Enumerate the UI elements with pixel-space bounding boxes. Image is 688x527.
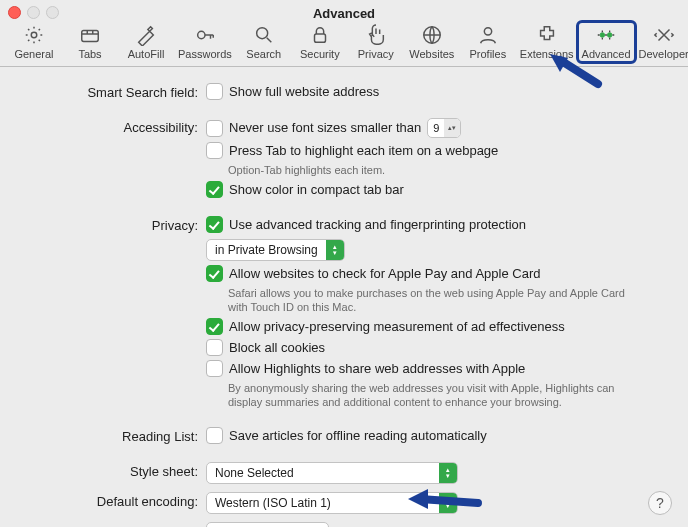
minimize-window-button[interactable]	[27, 6, 40, 19]
show-full-address-label: Show full website address	[229, 84, 379, 100]
tab-tabs[interactable]: Tabs	[62, 22, 118, 62]
tracking-protection-label: Use advanced tracking and fingerprinting…	[229, 217, 526, 233]
apple-pay-sublabel: Safari allows you to make purchases on t…	[228, 286, 628, 314]
autofill-icon	[135, 24, 157, 46]
compact-color-label: Show color in compact tab bar	[229, 182, 404, 198]
save-offline-label: Save articles for offline reading automa…	[229, 428, 487, 444]
privacy-icon	[365, 24, 387, 46]
svg-point-2	[198, 31, 205, 38]
search-icon	[253, 24, 275, 46]
change-proxies-button[interactable]: Change Settings…	[206, 522, 329, 527]
close-window-button[interactable]	[8, 6, 21, 19]
tracking-scope-select[interactable]: in Private Browsing ▴▾	[206, 239, 345, 261]
websites-icon	[421, 24, 443, 46]
style-sheet-label: Style sheet:	[24, 462, 206, 479]
highlights-share-checkbox[interactable]	[206, 360, 223, 377]
tab-label: Profiles	[469, 48, 506, 60]
window-controls	[8, 6, 59, 19]
default-encoding-label: Default encoding:	[24, 492, 206, 509]
advanced-icon	[595, 24, 617, 46]
svg-point-7	[600, 33, 605, 38]
apple-pay-label: Allow websites to check for Apple Pay an…	[229, 266, 540, 282]
tab-label: Privacy	[358, 48, 394, 60]
apple-pay-checkbox[interactable]	[206, 265, 223, 282]
tab-label: Developer	[639, 48, 688, 60]
tracking-protection-checkbox[interactable]	[206, 216, 223, 233]
press-tab-sublabel: Option-Tab highlights each item.	[228, 163, 385, 177]
extensions-icon	[536, 24, 558, 46]
block-cookies-label: Block all cookies	[229, 340, 325, 356]
block-cookies-checkbox[interactable]	[206, 339, 223, 356]
chevron-updown-icon: ▴▾	[326, 240, 344, 260]
highlights-sublabel: By anonymously sharing the web addresses…	[228, 381, 628, 409]
svg-rect-1	[82, 30, 99, 41]
chevron-updown-icon: ▴▾	[439, 463, 457, 483]
profiles-icon	[477, 24, 499, 46]
tab-security[interactable]: Security	[292, 22, 348, 62]
svg-point-0	[31, 32, 37, 38]
accessibility-label: Accessibility:	[24, 118, 206, 135]
smart-search-label: Smart Search field:	[24, 83, 206, 100]
tab-search[interactable]: Search	[236, 22, 292, 62]
proxies-label: Proxies:	[24, 522, 206, 527]
window-title: Advanced	[0, 6, 688, 21]
developer-icon	[653, 24, 675, 46]
min-font-size-checkbox[interactable]	[206, 120, 223, 137]
tab-autofill[interactable]: AutoFill	[118, 22, 174, 62]
tab-general[interactable]: General	[6, 22, 62, 62]
svg-point-3	[256, 28, 267, 39]
svg-marker-10	[408, 489, 428, 509]
advanced-settings-form: Smart Search field: Show full website ad…	[0, 67, 688, 527]
reading-list-label: Reading List:	[24, 427, 206, 444]
passwords-icon	[194, 24, 216, 46]
compact-color-checkbox[interactable]	[206, 181, 223, 198]
save-offline-checkbox[interactable]	[206, 427, 223, 444]
press-tab-checkbox[interactable]	[206, 142, 223, 159]
general-icon	[23, 24, 45, 46]
highlights-share-label: Allow Highlights to share web addresses …	[229, 361, 525, 377]
tab-passwords[interactable]: Passwords	[174, 22, 236, 62]
tab-label: Websites	[409, 48, 454, 60]
security-icon	[309, 24, 331, 46]
tab-label: Tabs	[78, 48, 101, 60]
tab-label: General	[14, 48, 53, 60]
ad-measurement-checkbox[interactable]	[206, 318, 223, 335]
chevron-updown-icon: ▴▾	[444, 119, 460, 137]
tab-label: AutoFill	[128, 48, 165, 60]
svg-rect-4	[314, 34, 325, 42]
show-full-address-checkbox[interactable]	[206, 83, 223, 100]
svg-point-8	[607, 33, 612, 38]
style-sheet-select[interactable]: None Selected ▴▾	[206, 462, 458, 484]
tab-developer[interactable]: Developer	[635, 22, 688, 62]
ad-measurement-label: Allow privacy-preserving measurement of …	[229, 319, 565, 335]
help-button[interactable]: ?	[648, 491, 672, 515]
tab-websites[interactable]: Websites	[404, 22, 460, 62]
tab-label: Passwords	[178, 48, 232, 60]
zoom-window-button[interactable]	[46, 6, 59, 19]
svg-point-6	[484, 28, 491, 35]
tab-profiles[interactable]: Profiles	[460, 22, 516, 62]
press-tab-label: Press Tab to highlight each item on a we…	[229, 143, 498, 159]
tab-privacy[interactable]: Privacy	[348, 22, 404, 62]
tabs-icon	[79, 24, 101, 46]
tab-label: Security	[300, 48, 340, 60]
min-font-size-label: Never use font sizes smaller than	[229, 120, 421, 136]
privacy-label: Privacy:	[24, 216, 206, 233]
min-font-size-select[interactable]: 9 ▴▾	[427, 118, 461, 138]
tab-label: Search	[246, 48, 281, 60]
